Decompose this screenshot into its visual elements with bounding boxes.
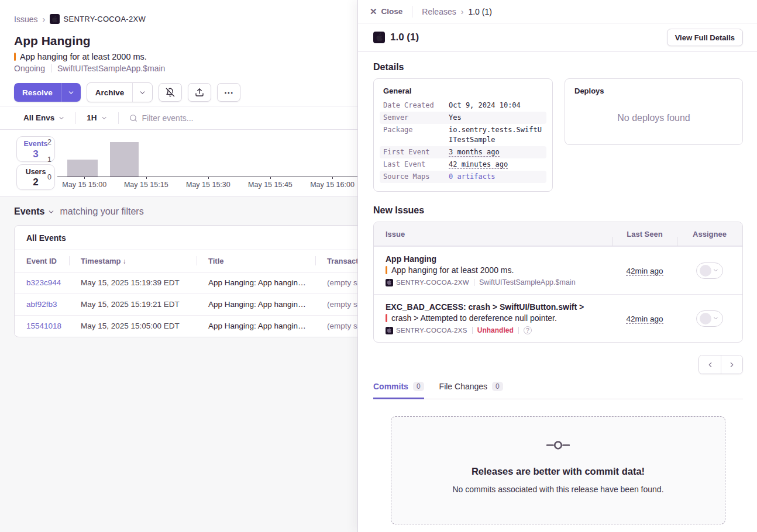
chevron-right-icon: › [461,7,464,16]
chevron-down-icon [713,315,719,322]
chevron-down-icon [58,115,65,122]
release-title: 1.0 (1) [373,32,419,43]
column-transaction: Transaction [315,250,358,272]
release-version: 1.0 (1) [390,32,419,43]
assignee-cell [677,310,742,327]
share-button[interactable] [188,83,211,102]
error-level-bar [386,266,387,274]
kv-package: Package io.sentry.tests.SwiftUITestSampl… [380,124,546,146]
issue-project-badge: SENTRY-COCOA-2XS [386,327,467,334]
deploys-card-title: Deploys [574,87,733,95]
resolve-split-button: Resolve [14,83,81,102]
event-chart-yaxis: 210 [35,138,51,181]
divider [412,6,412,18]
breadcrumb: Issues › SENTRY-COCOA-2XW [14,14,146,24]
issue-title-link[interactable]: EXC_BAD_ACCESS: crash > SwiftUI/Button.s… [386,302,608,312]
upload-icon [195,88,204,97]
divider [75,112,76,124]
event-search [129,113,358,123]
issue-meta: SENTRY-COCOA-2XW SwiftUITestSampleApp.$m… [386,278,608,286]
event-id-link[interactable]: 15541018 [26,322,61,330]
environment-selector[interactable]: All Envs [23,113,65,122]
general-card-title: General [383,87,543,95]
next-page-button[interactable] [721,355,742,374]
search-input[interactable] [142,113,318,123]
tab-commits[interactable]: Commits 0 [373,382,424,399]
event-id-link[interactable]: b323c944 [26,278,61,287]
tab-file-changes-label: File Changes [439,382,488,391]
y-axis-tick-label: 2 [47,138,51,146]
event-title: App Hanging: App hangin… [197,293,315,315]
events-section: Events matching your filters All Events … [0,197,358,532]
details-cards: General Date Created Oct 9, 2024 10:04 S… [373,78,743,192]
deploys-empty-message: No deploys found [565,113,742,123]
tab-commits-label: Commits [373,382,408,391]
time-range-selector[interactable]: 1H [87,113,107,122]
event-table-row: 15541018 May 15, 2025 15:05:00 EDT App H… [15,315,358,337]
more-options-button[interactable]: ⋯ [217,83,240,102]
event-timestamp: May 15, 2025 15:19:21 EDT [69,293,197,315]
divider [518,327,519,334]
general-card: General Date Created Oct 9, 2024 10:04 S… [373,78,553,192]
events-section-header: Events matching your filters [0,197,358,224]
event-timestamp: May 15, 2025 15:19:39 EDT [69,272,197,293]
issue-details-page: Issues › SENTRY-COCOA-2XW App Hanging Ap… [0,0,358,532]
resolve-button[interactable]: Resolve [14,83,61,102]
kv-date-created: Date Created Oct 9, 2024 10:04 [380,99,546,112]
avatar-placeholder [700,265,711,277]
event-graph-section: Events 3 Users 2 210 May 15 15:00May 15 … [0,130,358,197]
breadcrumb-issues-link[interactable]: Issues [14,15,37,24]
event-chart-xaxis: May 15 15:00May 15 15:15May 15 15:30May … [57,181,358,192]
mute-notifications-button[interactable] [159,83,182,102]
kv-first-event: First Event 3 months ago [380,146,546,158]
environment-label: All Envs [23,113,54,122]
empty-state-message: No commits associated with this release … [403,485,713,494]
x-axis-tick-label: May 15 15:15 [124,181,168,189]
previous-page-button[interactable] [699,355,721,374]
new-issue-row: EXC_BAD_ACCESS: crash > SwiftUI/Button.s… [374,294,742,342]
kv-semver: Semver Yes [380,112,546,124]
help-icon[interactable]: ? [524,326,532,334]
breadcrumb-releases-link[interactable]: Releases [422,7,456,16]
issue-culprit: SwiftUITestSampleApp.$main [57,64,165,73]
issue-title-link[interactable]: App Hanging [386,254,608,264]
column-timestamp[interactable]: Timestamp↓ [69,250,197,272]
details-heading: Details [373,62,743,72]
kv-last-event: Last Event 42 minutes ago [380,158,546,171]
events-section-selector[interactable]: Events [14,206,55,217]
all-events-title: All Events [15,226,358,250]
commits-count-badge: 0 [413,382,424,391]
assignee-dropdown[interactable] [696,262,723,279]
commit-icon [546,440,570,450]
event-transaction: (empty string) [315,272,358,293]
sort-desc-icon: ↓ [122,257,126,265]
resolve-dropdown-button[interactable] [61,83,81,102]
error-level-bar [386,314,387,322]
archive-button[interactable]: Archive [87,83,133,102]
column-title: Title [197,250,315,272]
assignee-dropdown[interactable] [696,310,723,327]
event-chart-plot [57,142,358,177]
artifacts-link[interactable]: 0 artifacts [449,172,495,181]
apple-platform-icon [386,279,393,286]
view-full-details-button[interactable]: View Full Details [667,29,743,46]
event-id-link[interactable]: abf92fb3 [26,300,57,309]
apple-platform-icon [386,327,393,334]
chevron-left-icon [706,361,714,369]
chevron-right-icon: › [42,14,45,24]
chart-bar [67,160,98,177]
close-icon: ✕ [370,6,377,17]
archive-dropdown-button[interactable] [132,83,152,102]
apple-platform-icon [373,32,385,43]
x-axis-tick-label: May 15 15:30 [186,181,230,189]
search-icon [129,114,137,122]
tab-file-changes[interactable]: File Changes 0 [439,382,503,399]
column-issue: Issue [374,230,613,239]
x-axis-tick-label: May 15 16:00 [310,181,355,189]
event-title: App Hanging: App hangin… [197,272,315,293]
close-drawer-button[interactable]: ✕ Close [370,6,402,17]
kv-source-maps: Source Maps 0 artifacts [380,171,546,183]
y-axis-tick-label: 1 [47,156,51,164]
issue-meta: SENTRY-COCOA-2XS Unhandled ? [386,326,608,334]
issue-meta-row: Ongoing SwiftUITestSampleApp.$main [14,64,165,73]
